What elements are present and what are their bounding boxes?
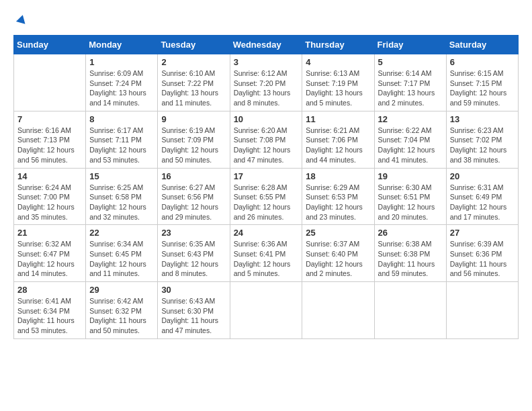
weekday-header-friday: Friday (374, 36, 446, 54)
day-info: Sunrise: 6:14 AMSunset: 7:17 PMDaylight:… (378, 68, 443, 108)
day-cell: 20Sunrise: 6:31 AMSunset: 6:49 PMDayligh… (446, 168, 518, 225)
weekday-header-monday: Monday (86, 36, 158, 54)
day-cell: 1Sunrise: 6:09 AMSunset: 7:24 PMDaylight… (86, 54, 158, 111)
day-info: Sunrise: 6:43 AMSunset: 6:30 PMDaylight:… (161, 296, 226, 336)
day-number: 13 (450, 114, 515, 124)
day-number: 17 (234, 171, 299, 181)
logo (13, 13, 28, 28)
day-number: 5 (378, 57, 443, 67)
day-cell (302, 282, 374, 339)
day-info: Sunrise: 6:35 AMSunset: 6:43 PMDaylight:… (161, 239, 226, 279)
day-info: Sunrise: 6:36 AMSunset: 6:41 PMDaylight:… (234, 239, 299, 279)
day-info: Sunrise: 6:39 AMSunset: 6:36 PMDaylight:… (450, 239, 515, 279)
day-number: 27 (450, 228, 515, 238)
day-number: 16 (161, 171, 226, 181)
day-number: 4 (306, 57, 370, 67)
day-number: 10 (234, 114, 299, 124)
day-cell: 16Sunrise: 6:27 AMSunset: 6:56 PMDayligh… (158, 168, 230, 225)
day-number: 28 (17, 285, 82, 295)
day-number: 2 (161, 57, 226, 67)
day-cell: 26Sunrise: 6:38 AMSunset: 6:38 PMDayligh… (374, 225, 446, 282)
week-row-4: 21Sunrise: 6:32 AMSunset: 6:47 PMDayligh… (14, 225, 519, 282)
weekday-header-tuesday: Tuesday (158, 36, 230, 54)
day-cell: 5Sunrise: 6:14 AMSunset: 7:17 PMDaylight… (374, 54, 446, 111)
day-info: Sunrise: 6:12 AMSunset: 7:20 PMDaylight:… (234, 68, 299, 108)
day-number: 14 (17, 171, 82, 181)
day-info: Sunrise: 6:28 AMSunset: 6:55 PMDaylight:… (234, 183, 299, 222)
logo-arrow-icon (15, 13, 28, 28)
day-info: Sunrise: 6:29 AMSunset: 6:53 PMDaylight:… (306, 183, 370, 222)
weekday-header-thursday: Thursday (302, 36, 374, 54)
day-number: 15 (89, 171, 154, 181)
day-info: Sunrise: 6:17 AMSunset: 7:11 PMDaylight:… (89, 126, 154, 165)
day-cell: 27Sunrise: 6:39 AMSunset: 6:36 PMDayligh… (446, 225, 518, 282)
weekday-header-sunday: Sunday (14, 36, 86, 54)
day-cell: 12Sunrise: 6:22 AMSunset: 7:04 PMDayligh… (374, 111, 446, 168)
svg-marker-0 (16, 13, 28, 24)
day-cell (374, 282, 446, 339)
day-number: 7 (17, 114, 82, 124)
day-cell: 30Sunrise: 6:43 AMSunset: 6:30 PMDayligh… (158, 282, 230, 339)
day-cell: 2Sunrise: 6:10 AMSunset: 7:22 PMDaylight… (158, 54, 230, 111)
day-info: Sunrise: 6:31 AMSunset: 6:49 PMDaylight:… (450, 183, 515, 222)
weekday-header-wednesday: Wednesday (230, 36, 302, 54)
day-cell: 4Sunrise: 6:13 AMSunset: 7:19 PMDaylight… (302, 54, 374, 111)
day-cell: 25Sunrise: 6:37 AMSunset: 6:40 PMDayligh… (302, 225, 374, 282)
day-cell: 17Sunrise: 6:28 AMSunset: 6:55 PMDayligh… (230, 168, 302, 225)
header (13, 13, 519, 28)
day-cell (14, 54, 86, 111)
day-info: Sunrise: 6:27 AMSunset: 6:56 PMDaylight:… (161, 183, 226, 222)
day-number: 3 (234, 57, 299, 67)
day-info: Sunrise: 6:37 AMSunset: 6:40 PMDaylight:… (306, 239, 370, 279)
day-cell: 18Sunrise: 6:29 AMSunset: 6:53 PMDayligh… (302, 168, 374, 225)
day-cell: 22Sunrise: 6:34 AMSunset: 6:45 PMDayligh… (86, 225, 158, 282)
day-number: 8 (89, 114, 154, 124)
day-info: Sunrise: 6:25 AMSunset: 6:58 PMDaylight:… (89, 183, 154, 222)
day-info: Sunrise: 6:30 AMSunset: 6:51 PMDaylight:… (378, 183, 443, 222)
day-number: 1 (89, 57, 154, 67)
day-number: 19 (378, 171, 443, 181)
day-info: Sunrise: 6:13 AMSunset: 7:19 PMDaylight:… (306, 68, 370, 108)
day-info: Sunrise: 6:22 AMSunset: 7:04 PMDaylight:… (378, 126, 443, 165)
day-cell: 14Sunrise: 6:24 AMSunset: 7:00 PMDayligh… (14, 168, 86, 225)
weekday-header-row: SundayMondayTuesdayWednesdayThursdayFrid… (14, 36, 519, 54)
day-number: 25 (306, 228, 370, 238)
day-info: Sunrise: 6:23 AMSunset: 7:02 PMDaylight:… (450, 126, 515, 165)
week-row-1: 1Sunrise: 6:09 AMSunset: 7:24 PMDaylight… (14, 54, 519, 111)
day-info: Sunrise: 6:38 AMSunset: 6:38 PMDaylight:… (378, 239, 443, 279)
day-cell: 29Sunrise: 6:42 AMSunset: 6:32 PMDayligh… (86, 282, 158, 339)
day-cell (230, 282, 302, 339)
day-number: 20 (450, 171, 515, 181)
day-number: 23 (161, 228, 226, 238)
week-row-5: 28Sunrise: 6:41 AMSunset: 6:34 PMDayligh… (14, 282, 519, 339)
day-cell: 15Sunrise: 6:25 AMSunset: 6:58 PMDayligh… (86, 168, 158, 225)
day-number: 24 (234, 228, 299, 238)
day-number: 12 (378, 114, 443, 124)
day-info: Sunrise: 6:42 AMSunset: 6:32 PMDaylight:… (89, 296, 154, 336)
day-number: 30 (161, 285, 226, 295)
day-cell: 19Sunrise: 6:30 AMSunset: 6:51 PMDayligh… (374, 168, 446, 225)
day-info: Sunrise: 6:21 AMSunset: 7:06 PMDaylight:… (306, 126, 370, 165)
day-info: Sunrise: 6:24 AMSunset: 7:00 PMDaylight:… (17, 183, 82, 222)
day-cell: 28Sunrise: 6:41 AMSunset: 6:34 PMDayligh… (14, 282, 86, 339)
day-number: 6 (450, 57, 515, 67)
day-info: Sunrise: 6:34 AMSunset: 6:45 PMDaylight:… (89, 239, 154, 279)
day-cell: 7Sunrise: 6:16 AMSunset: 7:13 PMDaylight… (14, 111, 86, 168)
day-number: 26 (378, 228, 443, 238)
day-cell: 21Sunrise: 6:32 AMSunset: 6:47 PMDayligh… (14, 225, 86, 282)
day-info: Sunrise: 6:19 AMSunset: 7:09 PMDaylight:… (161, 126, 226, 165)
day-number: 18 (306, 171, 370, 181)
day-info: Sunrise: 6:10 AMSunset: 7:22 PMDaylight:… (161, 68, 226, 108)
day-cell: 11Sunrise: 6:21 AMSunset: 7:06 PMDayligh… (302, 111, 374, 168)
week-row-3: 14Sunrise: 6:24 AMSunset: 7:00 PMDayligh… (14, 168, 519, 225)
day-info: Sunrise: 6:09 AMSunset: 7:24 PMDaylight:… (89, 68, 154, 108)
day-number: 11 (306, 114, 370, 124)
day-cell: 9Sunrise: 6:19 AMSunset: 7:09 PMDaylight… (158, 111, 230, 168)
calendar: SundayMondayTuesdayWednesdayThursdayFrid… (13, 35, 519, 339)
weekday-header-saturday: Saturday (446, 36, 518, 54)
week-row-2: 7Sunrise: 6:16 AMSunset: 7:13 PMDaylight… (14, 111, 519, 168)
day-cell: 23Sunrise: 6:35 AMSunset: 6:43 PMDayligh… (158, 225, 230, 282)
day-cell: 24Sunrise: 6:36 AMSunset: 6:41 PMDayligh… (230, 225, 302, 282)
day-number: 22 (89, 228, 154, 238)
day-number: 29 (89, 285, 154, 295)
